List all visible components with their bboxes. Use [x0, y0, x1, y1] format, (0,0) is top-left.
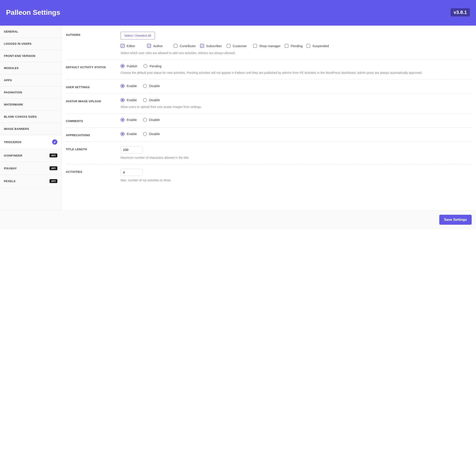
- checkbox-editor[interactable]: Editor: [121, 44, 147, 48]
- radio-enable[interactable]: Enable: [121, 84, 137, 88]
- sidebar-item-label: APPS: [4, 79, 12, 82]
- radio-disable[interactable]: Disable: [143, 132, 160, 136]
- radio-label: Disable: [149, 132, 160, 136]
- radio-disable[interactable]: Disable: [143, 118, 160, 122]
- radio-label: Enable: [127, 98, 137, 102]
- setting-value: Enable Disable: [121, 132, 472, 137]
- radio-publish[interactable]: Publish: [121, 64, 137, 68]
- api-badge: API: [50, 153, 57, 157]
- radio-icon: [121, 118, 125, 122]
- radio-label: Pending: [149, 64, 161, 68]
- setting-row-avatar: AVATAR IMAGE UPLOAD Enable Disable Allow…: [66, 94, 472, 113]
- checkbox-shop-manager[interactable]: Shop manager: [253, 44, 285, 48]
- setting-label: DEFAULT ACTIVITY STATUS: [66, 64, 114, 75]
- checkbox-icon: [200, 44, 204, 48]
- checkbox-icon: [227, 44, 231, 48]
- checkbox-suspended[interactable]: Suspended: [306, 44, 333, 48]
- setting-label: USER SETTINGS: [66, 84, 114, 89]
- sidebar-item-label: LOGGED IN USERS: [4, 42, 32, 45]
- sidebar-item-label: FRONT-END VERSION: [4, 54, 35, 57]
- header: Palleon Settings v3.8.1: [0, 0, 476, 26]
- setting-row-title-length: TITLE LENGTH ▲ ▼ Maximum number of chara…: [66, 142, 472, 164]
- checkbox-label: Pending: [291, 44, 303, 48]
- setting-value: ▲ ▼ Max. number of my activities to show…: [121, 169, 472, 182]
- radio-icon: [121, 64, 125, 68]
- help-text: Max. number of my activities to show.: [121, 178, 472, 182]
- setting-label: AUTHORS: [66, 32, 114, 55]
- help-text: Select which user roles are allowed to a…: [121, 51, 472, 55]
- radio-label: Disable: [149, 118, 160, 122]
- checkbox-label: Suspended: [312, 44, 329, 48]
- radio-group: Enable Disable: [121, 98, 472, 102]
- sidebar-item-label: ICONFINDER: [4, 154, 22, 157]
- radio-label: Publish: [127, 64, 137, 68]
- radio-label: Disable: [149, 98, 160, 102]
- sidebar-item-general[interactable]: GENERAL: [0, 26, 61, 38]
- radio-icon: [143, 84, 147, 88]
- setting-label: ACTIVITIES: [66, 169, 114, 182]
- sidebar-item-apps[interactable]: APPS: [0, 74, 61, 86]
- setting-row-activities: ACTIVITIES ▲ ▼ Max. number of my activit…: [66, 164, 472, 187]
- sidebar-item-iconfinder[interactable]: ICONFINDER API: [0, 149, 61, 162]
- sidebar-item-front-end-version[interactable]: FRONT-END VERSION: [0, 50, 61, 62]
- edit-icon: [52, 139, 57, 145]
- checkbox-customer[interactable]: Customer: [227, 44, 253, 48]
- activities-input[interactable]: [121, 169, 143, 176]
- setting-label: COMMENTS: [66, 118, 114, 123]
- sidebar-item-image-banners[interactable]: IMAGE BANNERS: [0, 123, 61, 135]
- radio-disable[interactable]: Disable: [143, 84, 160, 88]
- setting-label: TITLE LENGTH: [66, 146, 114, 160]
- radio-enable[interactable]: Enable: [121, 132, 137, 136]
- select-all-button[interactable]: Select / Deselect All: [121, 32, 155, 39]
- sidebar: GENERAL LOGGED IN USERS FRONT-END VERSIO…: [0, 26, 62, 210]
- sidebar-item-pagination[interactable]: PAGINATION: [0, 86, 61, 99]
- radio-enable[interactable]: Enable: [121, 118, 137, 122]
- checkbox-icon: [147, 44, 151, 48]
- radio-icon: [143, 132, 147, 136]
- sidebar-item-pixabay[interactable]: PIXABAY API: [0, 162, 61, 175]
- radio-enable[interactable]: Enable: [121, 98, 137, 102]
- radio-label: Disable: [149, 84, 160, 88]
- sidebar-item-blank-canvas-sizes[interactable]: BLANK CANVAS SIZES: [0, 111, 61, 123]
- api-badge: API: [50, 166, 57, 170]
- radio-label: Enable: [127, 118, 137, 122]
- checkbox-contributor[interactable]: Contributor: [174, 44, 200, 48]
- radio-icon: [143, 98, 147, 102]
- setting-row-default-status: DEFAULT ACTIVITY STATUS Publish Pending …: [66, 60, 472, 79]
- checkbox-subscriber[interactable]: Subscriber: [200, 44, 227, 48]
- checkbox-label: Author: [153, 44, 163, 48]
- sidebar-item-label: WATERMARK: [4, 103, 23, 106]
- checkbox-pending[interactable]: Pending: [285, 44, 306, 48]
- checkbox-icon: [253, 44, 257, 48]
- title-length-input[interactable]: [121, 146, 143, 153]
- number-input-wrap: ▲ ▼: [121, 169, 143, 176]
- radio-icon: [143, 118, 147, 122]
- checkbox-label: Editor: [127, 44, 135, 48]
- checkbox-label: Subscriber: [206, 44, 222, 48]
- setting-label: AVATAR IMAGE UPLOAD: [66, 98, 114, 109]
- number-input-wrap: ▲ ▼: [121, 146, 143, 153]
- checkbox-icon: [174, 44, 177, 48]
- sidebar-item-watermark[interactable]: WATERMARK: [0, 99, 61, 111]
- radio-label: Enable: [127, 132, 137, 136]
- setting-row-comments: COMMENTS Enable Disable: [66, 113, 472, 128]
- content-area: AUTHORS Select / Deselect All Editor Aut…: [62, 26, 476, 210]
- radio-icon: [121, 132, 125, 136]
- setting-value: Enable Disable: [121, 118, 472, 123]
- sidebar-item-logged-in-users[interactable]: LOGGED IN USERS: [0, 38, 61, 50]
- sidebar-item-trioceros[interactable]: TRIOCEROS: [0, 135, 61, 149]
- radio-pending[interactable]: Pending: [143, 64, 161, 68]
- help-text: Choose the default post status for new a…: [121, 71, 472, 75]
- sidebar-item-pexels[interactable]: PEXELS API: [0, 175, 61, 188]
- checkbox-author[interactable]: Author: [147, 44, 174, 48]
- setting-label: APPRECIATIONS: [66, 132, 114, 137]
- main-layout: GENERAL LOGGED IN USERS FRONT-END VERSIO…: [0, 26, 476, 210]
- save-settings-button[interactable]: Save Settings: [439, 215, 472, 225]
- setting-value: Enable Disable Allow users to upload the…: [121, 98, 472, 109]
- radio-label: Enable: [127, 84, 137, 88]
- radio-icon: [143, 64, 147, 68]
- radio-group: Enable Disable: [121, 132, 472, 136]
- setting-row-authors: AUTHORS Select / Deselect All Editor Aut…: [66, 30, 472, 60]
- sidebar-item-modules[interactable]: MODULES: [0, 62, 61, 74]
- radio-disable[interactable]: Disable: [143, 98, 160, 102]
